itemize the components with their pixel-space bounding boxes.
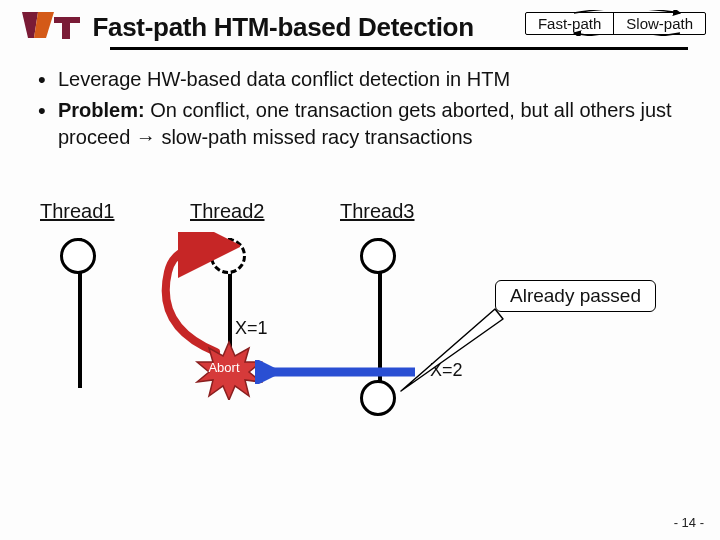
bullet-1: Leverage HW-based data conflict detectio… xyxy=(38,66,690,93)
bullet-2-rest: On conflict, one transaction gets aborte… xyxy=(58,99,672,148)
bullet-list: Leverage HW-based data conflict detectio… xyxy=(0,52,720,151)
bullet-2: Problem: On conflict, one transaction ge… xyxy=(38,97,690,151)
svg-marker-4 xyxy=(401,309,503,391)
legend-slow: Slow-path xyxy=(613,13,705,34)
callout-tail-icon xyxy=(395,305,505,395)
thread1-label: Thread1 xyxy=(40,200,115,223)
bullet-1-text: Leverage HW-based data conflict detectio… xyxy=(58,68,510,90)
vt-logo-icon xyxy=(20,10,82,44)
header: Fast-path HTM-based Detection Fast-path … xyxy=(0,0,720,52)
page-title: Fast-path HTM-based Detection xyxy=(92,12,473,43)
abort-label: Abort xyxy=(195,360,253,375)
svg-rect-1 xyxy=(62,17,70,39)
thread2-label: Thread2 xyxy=(190,200,265,223)
title-underline xyxy=(110,47,688,50)
timeline-diagram: Thread1 Thread2 Thread3 X=1 Abort xyxy=(0,190,720,504)
thread1-start-node xyxy=(60,238,96,274)
abort-starburst: Abort xyxy=(195,340,253,396)
thread3-start-node xyxy=(360,238,396,274)
already-passed-callout: Already passed xyxy=(495,280,656,312)
x1-label: X=1 xyxy=(235,318,268,339)
thread3-label: Thread3 xyxy=(340,200,415,223)
legend-fast: Fast-path xyxy=(526,13,613,34)
page-number: - 14 - xyxy=(674,515,704,530)
legend-box: Fast-path Slow-path xyxy=(525,12,706,35)
thread3-end-node xyxy=(360,380,396,416)
bullet-2-lead: Problem: xyxy=(58,99,145,121)
